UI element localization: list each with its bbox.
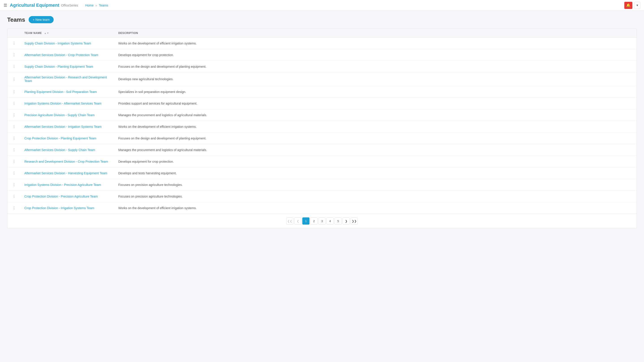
team-name-cell: Precision Agriculture Division - Supply …	[21, 109, 115, 121]
page-title: Teams	[7, 16, 25, 23]
team-description-cell: Works on the development of efficient ir…	[115, 121, 636, 132]
notifications-button[interactable]: 🔔	[624, 2, 632, 9]
table-row: ⋮ Aftermarket Services Division - Harves…	[8, 167, 636, 179]
row-menu-button[interactable]: ⋮	[11, 136, 17, 141]
row-menu-button[interactable]: ⋮	[11, 112, 17, 117]
page-first-button[interactable]: ❮❮	[286, 217, 294, 225]
teams-table-body: ⋮ Supply Chain Division - Irrigation Sys…	[8, 37, 636, 214]
row-menu-button[interactable]: ⋮	[11, 64, 17, 69]
team-name-link[interactable]: Supply Chain Division - Planting Equipme…	[24, 65, 93, 68]
team-name-link[interactable]: Research and Development Division - Crop…	[24, 160, 108, 163]
team-name-cell: Irrigation Systems Division - Aftermarke…	[21, 98, 115, 109]
row-menu-button[interactable]: ⋮	[11, 159, 17, 164]
table-row: ⋮ Aftermarket Services Division - Supply…	[8, 144, 636, 156]
table-row: ⋮ Planting Equipment Division - Soil Pre…	[8, 86, 636, 98]
table-row: ⋮ Crop Protection Division - Irrigation …	[8, 202, 636, 214]
table-row: ⋮ Supply Chain Division - Planting Equip…	[8, 61, 636, 72]
table-row: ⋮ Research and Development Division - Cr…	[8, 156, 636, 167]
page-5-button[interactable]: 5	[334, 217, 342, 225]
new-team-button[interactable]: + New team	[28, 16, 54, 23]
row-menu-button[interactable]: ⋮	[11, 89, 17, 94]
row-menu-button[interactable]: ⋮	[11, 101, 17, 106]
page-2-button[interactable]: 2	[310, 217, 318, 225]
team-name-cell: Crop Protection Division - Precision Agr…	[21, 191, 115, 202]
team-description-cell: Develops and tests harvesting equipment.	[115, 167, 636, 179]
pagination-cell: ❮❮ ❮ 1 2 3 4 5 ❯ ❯❯	[8, 214, 636, 228]
team-name-link[interactable]: Crop Protection Division - Planting Equi…	[24, 137, 96, 140]
team-name-cell: Aftermarket Services Division - Irrigati…	[21, 121, 115, 132]
row-actions-cell: ⋮	[8, 191, 21, 202]
team-name-link[interactable]: Crop Protection Division - Precision Agr…	[24, 195, 98, 198]
row-menu-button[interactable]: ⋮	[11, 52, 17, 57]
main-content: Teams + New team TEAM NAME ▲▼ DESCRIPTIO…	[0, 11, 644, 234]
page-prev-button[interactable]: ❮	[294, 217, 302, 225]
team-name-cell: Supply Chain Division - Planting Equipme…	[21, 61, 115, 72]
page-next-button[interactable]: ❯	[342, 217, 350, 225]
hamburger-icon[interactable]: ☰	[4, 3, 7, 8]
team-description-cell: Focuses on precision agriculture technol…	[115, 179, 636, 191]
row-menu-button[interactable]: ⋮	[11, 41, 17, 46]
row-menu-button[interactable]: ⋮	[11, 147, 17, 152]
team-name-link[interactable]: Aftermarket Services Division - Research…	[24, 75, 107, 83]
team-description-cell: Works on the development of efficient ir…	[115, 37, 636, 49]
row-actions-cell: ⋮	[8, 49, 21, 61]
page-last-button[interactable]: ❯❯	[350, 217, 358, 225]
row-actions-cell: ⋮	[8, 132, 21, 144]
page-1-button[interactable]: 1	[302, 217, 310, 225]
team-name-link[interactable]: Precision Agriculture Division - Supply …	[24, 113, 94, 117]
row-actions-cell: ⋮	[8, 86, 21, 98]
team-name-link[interactable]: Aftermarket Services Division - Crop Pro…	[24, 53, 98, 57]
team-name-cell: Irrigation Systems Division - Precision …	[21, 179, 115, 191]
team-name-link[interactable]: Aftermarket Services Division - Irrigati…	[24, 125, 102, 128]
row-actions-cell: ⋮	[8, 109, 21, 121]
row-actions-cell: ⋮	[8, 37, 21, 49]
row-menu-button[interactable]: ⋮	[11, 77, 17, 82]
row-actions-cell: ⋮	[8, 179, 21, 191]
team-name-link[interactable]: Irrigation Systems Division - Precision …	[24, 183, 101, 187]
row-menu-button[interactable]: ⋮	[11, 205, 17, 211]
page-4-button[interactable]: 4	[326, 217, 334, 225]
team-description-cell: Works on the development of efficient ir…	[115, 202, 636, 214]
table-row: ⋮ Aftermarket Services Division - Irriga…	[8, 121, 636, 132]
row-actions-cell: ⋮	[8, 98, 21, 109]
col-description-header: DESCRIPTION	[115, 29, 636, 37]
team-name-link[interactable]: Aftermarket Services Division - Supply C…	[24, 148, 95, 152]
row-menu-button[interactable]: ⋮	[11, 194, 17, 199]
team-name-link[interactable]: Aftermarket Services Division - Harvesti…	[24, 171, 107, 175]
team-name-cell: Aftermarket Services Division - Crop Pro…	[21, 49, 115, 61]
user-dropdown-button[interactable]: ▼	[634, 2, 640, 9]
app-series: OfficeSeries	[61, 3, 78, 7]
team-description-cell: Focuses on the design and development of…	[115, 132, 636, 144]
pagination-row: ❮❮ ❮ 1 2 3 4 5 ❯ ❯❯	[8, 214, 636, 228]
team-description-cell: Develops new agricultural technologies.	[115, 72, 636, 86]
page-header: Teams + New team	[7, 16, 637, 23]
table-header-row: TEAM NAME ▲▼ DESCRIPTION	[8, 29, 636, 37]
row-menu-button[interactable]: ⋮	[11, 124, 17, 129]
table-row: ⋮ Crop Protection Division - Precision A…	[8, 191, 636, 202]
team-description-cell: Focuses on precision agriculture technol…	[115, 191, 636, 202]
table-row: ⋮ Irrigation Systems Division - Precisio…	[8, 179, 636, 191]
team-name-link[interactable]: Crop Protection Division - Irrigation Sy…	[24, 206, 94, 210]
table-row: ⋮ Crop Protection Division - Planting Eq…	[8, 132, 636, 144]
filter-icon[interactable]: ▲▼	[44, 32, 49, 34]
pagination: ❮❮ ❮ 1 2 3 4 5 ❯ ❯❯	[286, 217, 358, 225]
team-name-link[interactable]: Planting Equipment Division - Soil Prepa…	[24, 90, 97, 94]
app-header: ☰ Agricultural Equipment OfficeSeries Ho…	[0, 0, 644, 11]
breadcrumb: Home » Teams	[85, 3, 108, 7]
row-actions-cell: ⋮	[8, 202, 21, 214]
row-actions-cell: ⋮	[8, 156, 21, 167]
teams-table: TEAM NAME ▲▼ DESCRIPTION ⋮ Supply Chain …	[8, 29, 636, 228]
team-name-cell: Research and Development Division - Crop…	[21, 156, 115, 167]
team-name-link[interactable]: Supply Chain Division - Irrigation Syste…	[24, 41, 91, 45]
team-name-cell: Aftermarket Services Division - Research…	[21, 72, 115, 86]
page-3-button[interactable]: 3	[318, 217, 326, 225]
team-name-cell: Crop Protection Division - Irrigation Sy…	[21, 202, 115, 214]
row-menu-button[interactable]: ⋮	[11, 182, 17, 187]
row-actions-cell: ⋮	[8, 72, 21, 86]
team-description-cell: Provides support and services for agricu…	[115, 98, 636, 109]
team-description-cell: Specializes in soil preparation equipmen…	[115, 86, 636, 98]
breadcrumb-home[interactable]: Home	[85, 3, 94, 7]
team-name-link[interactable]: Irrigation Systems Division - Aftermarke…	[24, 102, 101, 105]
row-menu-button[interactable]: ⋮	[11, 170, 17, 176]
team-description-cell: Manages the procurement and logistics of…	[115, 109, 636, 121]
